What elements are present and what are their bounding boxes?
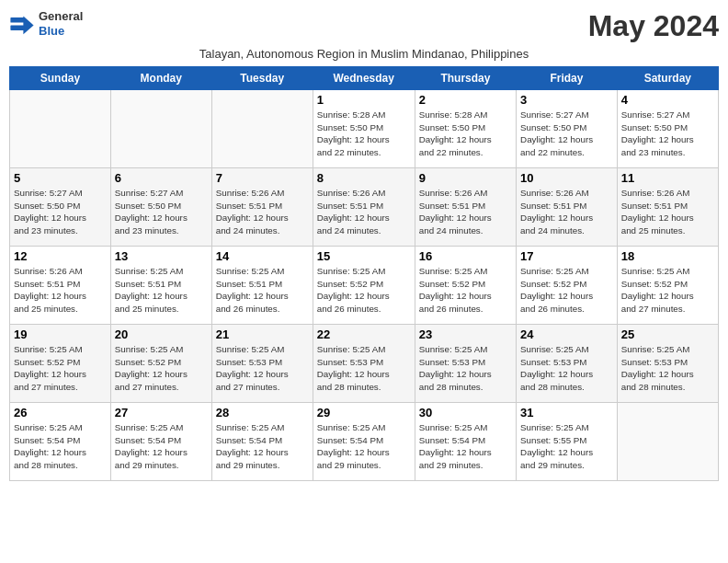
- calendar-cell: 19Sunrise: 5:25 AM Sunset: 5:52 PM Dayli…: [10, 325, 111, 403]
- day-number: 2: [419, 93, 512, 107]
- day-info: Sunrise: 5:26 AM Sunset: 5:51 PM Dayligh…: [621, 187, 714, 237]
- day-number: 16: [419, 249, 512, 263]
- day-number: 26: [14, 406, 107, 419]
- calendar-cell: 21Sunrise: 5:25 AM Sunset: 5:53 PM Dayli…: [211, 325, 313, 403]
- day-number: 8: [317, 171, 411, 185]
- day-info: Sunrise: 5:25 AM Sunset: 5:52 PM Dayligh…: [115, 343, 208, 394]
- calendar-cell: 31Sunrise: 5:25 AM Sunset: 5:55 PM Dayli…: [517, 403, 618, 481]
- calendar-table: SundayMondayTuesdayWednesdayThursdayFrid…: [9, 66, 719, 481]
- calendar-cell: 16Sunrise: 5:25 AM Sunset: 5:52 PM Dayli…: [415, 247, 516, 325]
- day-number: 9: [419, 171, 512, 185]
- day-info: Sunrise: 5:25 AM Sunset: 5:53 PM Dayligh…: [621, 343, 714, 394]
- calendar-cell: 30Sunrise: 5:25 AM Sunset: 5:54 PM Dayli…: [415, 403, 516, 481]
- day-number: 20: [115, 327, 208, 341]
- calendar-cell: 24Sunrise: 5:25 AM Sunset: 5:53 PM Dayli…: [517, 325, 618, 403]
- day-number: 15: [317, 249, 411, 263]
- weekday-header-friday: Friday: [517, 67, 618, 90]
- day-number: 30: [419, 406, 512, 419]
- calendar-cell: 7Sunrise: 5:26 AM Sunset: 5:51 PM Daylig…: [211, 168, 313, 247]
- calendar-cell: 13Sunrise: 5:25 AM Sunset: 5:51 PM Dayli…: [110, 247, 211, 325]
- day-number: 17: [520, 249, 613, 263]
- day-info: Sunrise: 5:25 AM Sunset: 5:52 PM Dayligh…: [14, 343, 107, 394]
- calendar-week-row: 1Sunrise: 5:28 AM Sunset: 5:50 PM Daylig…: [10, 90, 719, 168]
- calendar-cell: 15Sunrise: 5:25 AM Sunset: 5:52 PM Dayli…: [313, 247, 415, 325]
- day-info: Sunrise: 5:25 AM Sunset: 5:52 PM Dayligh…: [621, 265, 714, 316]
- calendar-cell: 26Sunrise: 5:25 AM Sunset: 5:54 PM Dayli…: [10, 403, 111, 481]
- page-header: General Blue May 2024: [9, 9, 719, 43]
- weekday-header-row: SundayMondayTuesdayWednesdayThursdayFrid…: [10, 67, 719, 90]
- day-number: 14: [216, 249, 309, 263]
- calendar-cell: 27Sunrise: 5:25 AM Sunset: 5:54 PM Dayli…: [110, 403, 211, 481]
- day-info: Sunrise: 5:25 AM Sunset: 5:53 PM Dayligh…: [520, 343, 613, 394]
- day-info: Sunrise: 5:25 AM Sunset: 5:52 PM Dayligh…: [520, 265, 613, 316]
- calendar-cell: 20Sunrise: 5:25 AM Sunset: 5:52 PM Dayli…: [110, 325, 211, 403]
- day-info: Sunrise: 5:25 AM Sunset: 5:54 PM Dayligh…: [317, 421, 411, 472]
- svg-rect-2: [10, 17, 24, 23]
- calendar-cell: [10, 90, 111, 168]
- day-info: Sunrise: 5:25 AM Sunset: 5:54 PM Dayligh…: [115, 421, 208, 472]
- day-info: Sunrise: 5:25 AM Sunset: 5:53 PM Dayligh…: [216, 343, 309, 394]
- calendar-cell: 4Sunrise: 5:27 AM Sunset: 5:50 PM Daylig…: [617, 90, 718, 168]
- calendar-week-row: 19Sunrise: 5:25 AM Sunset: 5:52 PM Dayli…: [10, 325, 719, 403]
- calendar-cell: 5Sunrise: 5:27 AM Sunset: 5:50 PM Daylig…: [10, 168, 111, 247]
- day-number: 11: [621, 171, 714, 185]
- calendar-cell: 29Sunrise: 5:25 AM Sunset: 5:54 PM Dayli…: [313, 403, 415, 481]
- day-info: Sunrise: 5:26 AM Sunset: 5:51 PM Dayligh…: [216, 187, 309, 237]
- day-number: 12: [14, 249, 107, 263]
- day-number: 1: [317, 93, 411, 107]
- svg-rect-3: [10, 25, 24, 30]
- day-number: 19: [14, 327, 107, 341]
- day-info: Sunrise: 5:25 AM Sunset: 5:53 PM Dayligh…: [419, 343, 512, 394]
- day-number: 28: [216, 406, 309, 419]
- day-info: Sunrise: 5:27 AM Sunset: 5:50 PM Dayligh…: [520, 109, 613, 159]
- calendar-cell: 17Sunrise: 5:25 AM Sunset: 5:52 PM Dayli…: [517, 247, 618, 325]
- calendar-cell: [617, 403, 718, 481]
- calendar-week-row: 5Sunrise: 5:27 AM Sunset: 5:50 PM Daylig…: [10, 168, 719, 247]
- day-number: 24: [520, 327, 613, 341]
- day-info: Sunrise: 5:28 AM Sunset: 5:50 PM Dayligh…: [419, 109, 512, 159]
- calendar-cell: 12Sunrise: 5:26 AM Sunset: 5:51 PM Dayli…: [10, 247, 111, 325]
- calendar-cell: 8Sunrise: 5:26 AM Sunset: 5:51 PM Daylig…: [313, 168, 415, 247]
- day-info: Sunrise: 5:26 AM Sunset: 5:51 PM Dayligh…: [317, 187, 411, 237]
- day-info: Sunrise: 5:25 AM Sunset: 5:55 PM Dayligh…: [520, 421, 613, 472]
- day-number: 21: [216, 327, 309, 341]
- day-number: 4: [621, 93, 714, 107]
- month-title: May 2024: [588, 9, 719, 43]
- day-info: Sunrise: 5:25 AM Sunset: 5:54 PM Dayligh…: [216, 421, 309, 472]
- calendar-cell: 23Sunrise: 5:25 AM Sunset: 5:53 PM Dayli…: [415, 325, 516, 403]
- day-info: Sunrise: 5:25 AM Sunset: 5:54 PM Dayligh…: [14, 421, 107, 472]
- calendar-week-row: 12Sunrise: 5:26 AM Sunset: 5:51 PM Dayli…: [10, 247, 719, 325]
- calendar-cell: [211, 90, 313, 168]
- calendar-cell: 9Sunrise: 5:26 AM Sunset: 5:51 PM Daylig…: [415, 168, 516, 247]
- weekday-header-monday: Monday: [110, 67, 211, 90]
- calendar-cell: 28Sunrise: 5:25 AM Sunset: 5:54 PM Dayli…: [211, 403, 313, 481]
- logo-text: General Blue: [39, 9, 83, 38]
- calendar-cell: 2Sunrise: 5:28 AM Sunset: 5:50 PM Daylig…: [415, 90, 516, 168]
- day-info: Sunrise: 5:27 AM Sunset: 5:50 PM Dayligh…: [621, 109, 714, 159]
- day-number: 10: [520, 171, 613, 185]
- day-number: 3: [520, 93, 613, 107]
- day-info: Sunrise: 5:26 AM Sunset: 5:51 PM Dayligh…: [419, 187, 512, 237]
- day-number: 27: [115, 406, 208, 419]
- day-info: Sunrise: 5:25 AM Sunset: 5:52 PM Dayligh…: [419, 265, 512, 316]
- day-info: Sunrise: 5:25 AM Sunset: 5:52 PM Dayligh…: [317, 265, 411, 316]
- calendar-cell: 11Sunrise: 5:26 AM Sunset: 5:51 PM Dayli…: [617, 168, 718, 247]
- day-number: 6: [115, 171, 208, 185]
- weekday-header-thursday: Thursday: [415, 67, 516, 90]
- calendar-cell: 18Sunrise: 5:25 AM Sunset: 5:52 PM Dayli…: [617, 247, 718, 325]
- day-info: Sunrise: 5:25 AM Sunset: 5:54 PM Dayligh…: [419, 421, 512, 472]
- day-number: 13: [115, 249, 208, 263]
- day-info: Sunrise: 5:27 AM Sunset: 5:50 PM Dayligh…: [14, 187, 107, 237]
- calendar-week-row: 26Sunrise: 5:25 AM Sunset: 5:54 PM Dayli…: [10, 403, 719, 481]
- day-number: 23: [419, 327, 512, 341]
- day-number: 31: [520, 406, 613, 419]
- day-number: 25: [621, 327, 714, 341]
- calendar-cell: 3Sunrise: 5:27 AM Sunset: 5:50 PM Daylig…: [517, 90, 618, 168]
- calendar-cell: [110, 90, 211, 168]
- day-info: Sunrise: 5:25 AM Sunset: 5:51 PM Dayligh…: [216, 265, 309, 316]
- day-number: 22: [317, 327, 411, 341]
- day-number: 29: [317, 406, 411, 419]
- day-info: Sunrise: 5:26 AM Sunset: 5:51 PM Dayligh…: [520, 187, 613, 237]
- calendar-cell: 14Sunrise: 5:25 AM Sunset: 5:51 PM Dayli…: [211, 247, 313, 325]
- day-number: 18: [621, 249, 714, 263]
